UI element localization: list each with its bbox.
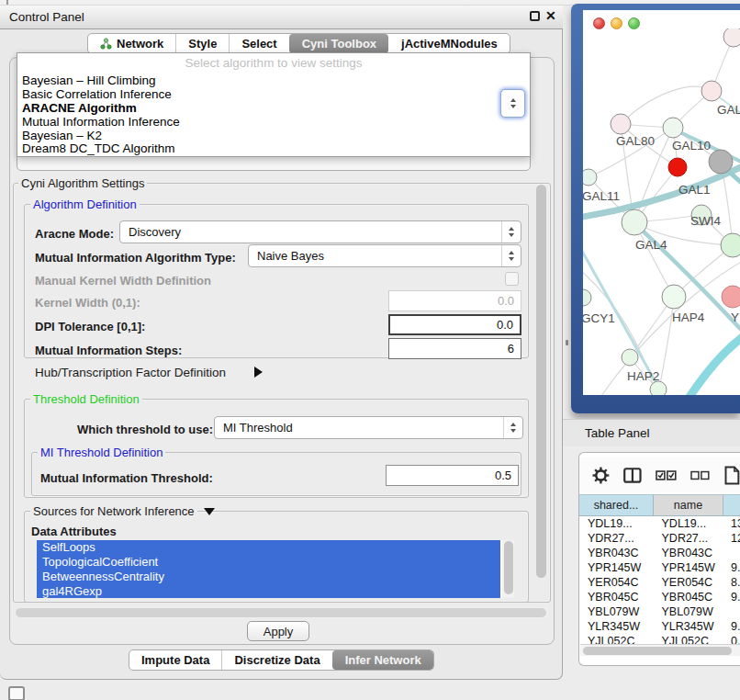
network-node-label: HAP2 <box>627 369 659 383</box>
network-node[interactable] <box>721 233 740 257</box>
attribute-list-item[interactable]: gal4RGexp <box>37 584 500 598</box>
network-node[interactable] <box>722 286 740 308</box>
table-cell: 13 <box>723 516 740 531</box>
attribute-list-item[interactable]: TopologicalCoefficient <box>37 555 500 570</box>
table-body: YDL19...YDL19...13YDR27...YDR27...12YBR0… <box>579 516 740 649</box>
network-edge[interactable] <box>621 86 712 124</box>
table-row[interactable]: YDL19...YDL19...13 <box>579 516 740 531</box>
column-header-name[interactable]: name <box>654 494 723 516</box>
network-node[interactable] <box>723 28 740 47</box>
split-columns-icon[interactable] <box>623 468 642 483</box>
table-row[interactable]: YPR145WYPR145W9. <box>579 560 740 575</box>
network-node[interactable] <box>583 169 597 186</box>
table-panel-title: Table Panel <box>585 426 650 440</box>
network-node[interactable] <box>622 209 647 235</box>
table-cell: YBR043C <box>654 546 723 560</box>
algorithm-option[interactable]: Basic Correlation Inference <box>17 88 530 102</box>
mi-threshold-input[interactable]: 0.5 <box>386 465 519 486</box>
network-node[interactable] <box>668 158 687 176</box>
dpi-tolerance-input[interactable]: 0.0 <box>388 314 521 335</box>
network-node-label: GAL <box>717 103 740 117</box>
table-cell: YBL079W <box>654 604 723 619</box>
floating-panel-icon[interactable] <box>8 686 25 700</box>
table-toolbar <box>579 457 740 492</box>
tab-discretize-data[interactable]: Discretize Data <box>221 650 331 670</box>
tab-style[interactable]: Style <box>175 34 229 53</box>
tab-network[interactable]: Network <box>88 34 175 53</box>
network-edge[interactable] <box>601 260 740 395</box>
select-all-checkboxes-icon[interactable] <box>656 469 678 481</box>
inference-algorithm-combo-stepper[interactable] <box>500 89 525 118</box>
table-cell: 9. <box>723 619 740 634</box>
network-node[interactable] <box>709 150 733 174</box>
panel-splitter-handle[interactable] <box>566 340 568 345</box>
attribute-list-item[interactable]: SelfLoops <box>37 540 500 555</box>
cyni-bottom-tabs: Impute Data Discretize Data Infer Networ… <box>129 649 434 671</box>
combo-arrows-icon <box>501 221 521 243</box>
deselect-all-checkboxes-icon[interactable] <box>690 469 711 481</box>
column-header-shared-name[interactable]: shared... <box>579 494 654 516</box>
stepper-up-icon <box>510 98 516 102</box>
table-cell: YLR345W <box>654 619 723 634</box>
settings-horizontal-scrollbar[interactable] <box>15 607 549 618</box>
network-canvas[interactable]: GALGAL80GAL10GAL1GAL11SWI4GAL4GCY1HAP4YH… <box>583 10 740 395</box>
expander-expanded-icon[interactable] <box>204 508 215 515</box>
network-node-label: SWI4 <box>690 214 721 228</box>
algorithm-option[interactable]: Bayesian – Hill Climbing <box>17 74 530 88</box>
which-threshold-combo[interactable]: MI Threshold <box>214 416 523 439</box>
tab-infer-network[interactable]: Infer Network <box>332 650 433 670</box>
algorithm-option[interactable]: ARACNE Algorithm <box>17 102 530 116</box>
table-cell: YER054C <box>579 575 654 590</box>
table-cell: 9. <box>723 590 740 604</box>
algorithm-option-list: Bayesian – Hill ClimbingBasic Correlatio… <box>17 74 530 156</box>
expander-collapsed-icon[interactable] <box>254 367 263 378</box>
kernel-width-input[interactable]: 0.0 <box>388 290 521 311</box>
mi-steps-input[interactable]: 6 <box>388 338 521 359</box>
network-node[interactable] <box>701 81 722 101</box>
tab-jactivemnodules[interactable]: jActiveMNodules <box>388 34 510 53</box>
network-node[interactable] <box>611 114 631 134</box>
attributes-scrollbar[interactable] <box>502 540 514 598</box>
network-node-label: GAL80 <box>616 134 655 148</box>
hub-expander-label[interactable]: Hub/Transcription Factor Definition <box>35 366 226 379</box>
aracne-mode-combo[interactable]: Discovery <box>119 220 521 243</box>
network-node[interactable] <box>583 289 591 306</box>
algorithm-option[interactable]: Dream8 DC_TDC Algorithm <box>17 142 530 156</box>
algorithm-option[interactable]: Mutual Information Inference <box>17 116 530 130</box>
network-node[interactable] <box>622 349 638 366</box>
table-row[interactable]: YBR043CYBR043C <box>579 546 740 560</box>
attribute-list-item[interactable]: BetweennessCentrality <box>37 570 500 584</box>
data-attributes-label: Data Attributes <box>31 525 117 538</box>
algorithm-option[interactable]: Bayesian – K2 <box>17 130 530 143</box>
settings-vertical-scrollbar[interactable] <box>535 185 547 598</box>
column-header-extra[interactable] <box>723 494 740 516</box>
close-icon[interactable]: ✕ <box>545 8 556 23</box>
table-cell: YDR27... <box>579 531 654 546</box>
table-row[interactable]: YDR27...YDR27...12 <box>579 531 740 546</box>
network-edge[interactable] <box>690 332 740 395</box>
table-row[interactable]: YBR045CYBR045C9. <box>579 590 740 604</box>
control-panel-tabs: Network Style Select Cyni Toolbox jActiv… <box>87 33 510 54</box>
network-node[interactable] <box>663 118 683 138</box>
manual-kernel-width-checkbox[interactable] <box>505 272 519 286</box>
tab-impute-data[interactable]: Impute Data <box>129 650 221 670</box>
network-node[interactable] <box>650 381 667 395</box>
network-node[interactable] <box>662 285 686 309</box>
control-panel-titlebar <box>0 6 563 29</box>
tab-select[interactable]: Select <box>229 34 288 53</box>
tab-cyni-toolbox[interactable]: Cyni Toolbox <box>289 34 388 53</box>
mi-algorithm-type-combo[interactable]: Naive Bayes <box>248 244 521 267</box>
apply-button[interactable]: Apply <box>247 621 309 641</box>
table-row[interactable]: YLR345WYLR345W9. <box>579 619 740 634</box>
dpi-tolerance-label: DPI Tolerance [0,1]: <box>35 320 145 333</box>
float-panel-icon[interactable] <box>530 11 540 21</box>
network-node-label: GAL11 <box>583 189 620 203</box>
table-cell: YBR043C <box>579 546 654 560</box>
export-table-icon[interactable] <box>724 466 740 485</box>
table-row[interactable]: YBL079WYBL079W <box>579 604 740 619</box>
table-row[interactable]: YER054CYER054C8. <box>579 575 740 590</box>
table-cell: YPR145W <box>654 560 723 575</box>
table-horizontal-scrollbar[interactable] <box>580 644 740 656</box>
table-cell <box>723 604 740 619</box>
gear-icon[interactable] <box>592 467 610 484</box>
